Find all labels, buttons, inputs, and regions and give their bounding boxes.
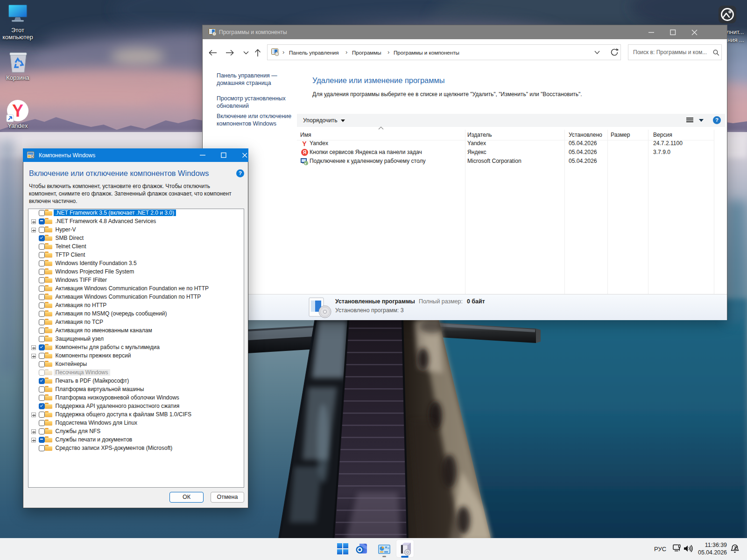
svg-text:Y: Y [302,140,307,147]
svg-text:Y: Y [12,101,23,120]
